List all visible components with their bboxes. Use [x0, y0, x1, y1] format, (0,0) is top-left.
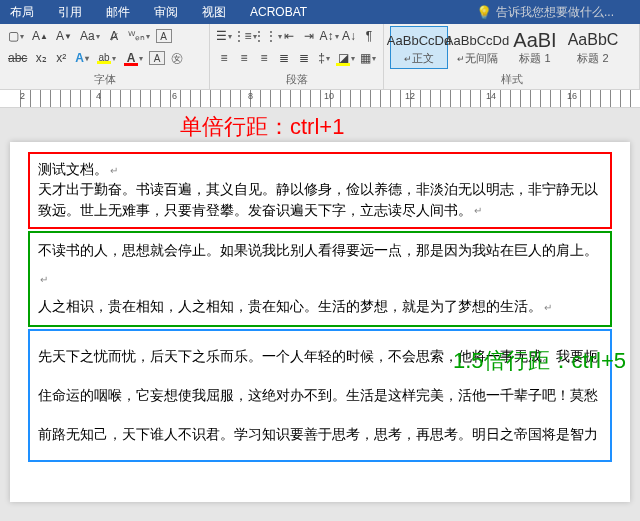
tab-review[interactable]: 审阅 [148, 1, 184, 24]
font-dropdown-icon[interactable]: ▢▾ [6, 26, 26, 46]
strikethrough-button[interactable]: abc [6, 48, 29, 68]
char-border-button[interactable]: A [156, 29, 172, 43]
ruler-numbers: 246810121416 [20, 91, 577, 101]
paragraph[interactable]: 不读书的人，思想就会停止。如果说我比别人看得要远一点，那是因为我站在巨人的肩上。… [38, 237, 602, 293]
tellme-search[interactable]: 💡 [476, 5, 636, 20]
bullets-button[interactable]: ☰▾ [216, 26, 232, 46]
group-paragraph: ☰▾ ⋮≡▾ ⋮⋮▾ ⇤ ⇥ A↕▾ A↓ ¶ ≡ ≡ ≡ ≣ ≣ ‡▾ ◪▾ … [210, 24, 384, 89]
annotation-onehalf-spacing: 1.5倍行距：ctrl+5 [453, 346, 626, 376]
grow-font-button[interactable]: A▲ [30, 26, 50, 46]
change-case-button[interactable]: Aa▾ [78, 26, 102, 46]
style-name-label: ↵无间隔 [451, 51, 503, 66]
style-heading1[interactable]: AaBI 标题 1 [506, 26, 564, 69]
style-no-spacing[interactable]: AaBbCcDd ↵无间隔 [448, 26, 506, 69]
borders-button[interactable]: ▦▾ [360, 48, 377, 68]
style-name-label: 标题 1 [509, 51, 561, 66]
horizontal-ruler[interactable]: 246810121416 [0, 90, 640, 108]
group-label-font: 字体 [6, 72, 203, 89]
para-mark-icon: ↵ [544, 302, 552, 313]
superscript-button[interactable]: x² [53, 48, 69, 68]
style-gallery[interactable]: AaBbCcDd ↵正文 AaBbCcDd ↵无间隔 AaBI 标题 1 AaB… [390, 26, 633, 69]
paragraph[interactable]: 天才出于勤奋。书读百遍，其义自见。静以修身，俭以养德，非淡泊无以明志，非宁静无以… [38, 180, 602, 221]
decrease-indent-button[interactable]: ⇤ [281, 26, 297, 46]
align-justify-button[interactable]: ≣ [276, 48, 292, 68]
para-mark-icon: ↵ [110, 165, 118, 176]
style-preview: AaBbCcDd [393, 29, 445, 51]
ribbon-body: ▢▾ A▲ A▼ Aa▾ A̷ ᵂₑₙ▾ A abc x₂ x² A▾ ab▾ … [0, 24, 640, 90]
style-preview: AaBbC [567, 29, 619, 51]
increase-indent-button[interactable]: ⇥ [301, 26, 317, 46]
paragraph[interactable]: 人之相识，贵在相知，人之相知，贵在知心。生活的梦想，就是为了梦想的生活。↵ [38, 293, 602, 321]
tab-view[interactable]: 视图 [196, 1, 232, 24]
tab-layout[interactable]: 布局 [4, 1, 40, 24]
enclose-char-button[interactable]: ㊛ [169, 48, 185, 68]
shading-button[interactable]: ◪▾ [336, 48, 356, 68]
text-effects-button[interactable]: A▾ [73, 48, 91, 68]
multilevel-button[interactable]: ⋮⋮▾ [257, 26, 277, 46]
style-name-label: 标题 2 [567, 51, 619, 66]
tellme-input[interactable] [496, 5, 636, 19]
tab-mailings[interactable]: 邮件 [100, 1, 136, 24]
style-normal[interactable]: AaBbCcDd ↵正文 [390, 26, 448, 69]
text-direction-button[interactable]: A↕▾ [321, 26, 337, 46]
line-spacing-button[interactable]: ‡▾ [316, 48, 332, 68]
shrink-font-button[interactable]: A▼ [54, 26, 74, 46]
tab-acrobat[interactable]: ACROBAT [244, 2, 313, 22]
clear-format-button[interactable]: A̷ [106, 26, 122, 46]
align-dist-button[interactable]: ≣ [296, 48, 312, 68]
char-shading-button[interactable]: A [149, 51, 165, 65]
group-label-styles: 样式 [390, 72, 633, 89]
box-onehalf-spacing: 不读书的人，思想就会停止。如果说我比别人看得要远一点，那是因为我站在巨人的肩上。… [28, 231, 612, 327]
lightbulb-icon: 💡 [476, 5, 492, 20]
font-color-button[interactable]: A▾ [122, 48, 145, 68]
style-preview: AaBbCcDd [451, 29, 503, 51]
subscript-button[interactable]: x₂ [33, 48, 49, 68]
highlight-button[interactable]: ab▾ [95, 48, 118, 68]
phonetic-guide-button[interactable]: ᵂₑₙ▾ [126, 26, 152, 46]
align-left-button[interactable]: ≡ [216, 48, 232, 68]
style-preview: AaBI [509, 29, 561, 51]
box-single-spacing: 测试文档。↵ 天才出于勤奋。书读百遍，其义自见。静以修身，俭以养德，非淡泊无以明… [28, 152, 612, 229]
annotation-single-spacing: 单倍行距：ctrl+1 [180, 112, 344, 142]
group-styles: AaBbCcDd ↵正文 AaBbCcDd ↵无间隔 AaBI 标题 1 AaB… [384, 24, 640, 89]
ribbon-tabs: 布局 引用 邮件 审阅 视图 ACROBAT 💡 [0, 0, 640, 24]
document-canvas[interactable]: 单倍行距：ctrl+1 测试文档。↵ 天才出于勤奋。书读百遍，其义自见。静以修身… [0, 108, 640, 521]
style-heading2[interactable]: AaBbC 标题 2 [564, 26, 622, 69]
group-label-paragraph: 段落 [216, 72, 377, 89]
style-name-label: ↵正文 [393, 51, 445, 66]
tab-references[interactable]: 引用 [52, 1, 88, 24]
page[interactable]: 测试文档。↵ 天才出于勤奋。书读百遍，其义自见。静以修身，俭以养德，非淡泊无以明… [10, 142, 630, 502]
numbering-button[interactable]: ⋮≡▾ [236, 26, 253, 46]
showmarks-button[interactable]: ¶ [361, 26, 377, 46]
align-center-button[interactable]: ≡ [236, 48, 252, 68]
group-font: ▢▾ A▲ A▼ Aa▾ A̷ ᵂₑₙ▾ A abc x₂ x² A▾ ab▾ … [0, 24, 210, 89]
align-right-button[interactable]: ≡ [256, 48, 272, 68]
para-mark-icon: ↵ [40, 274, 48, 285]
para-mark-icon: ↵ [474, 205, 482, 216]
sort-button[interactable]: A↓ [341, 26, 357, 46]
paragraph[interactable]: 测试文档。↵ [38, 160, 602, 180]
